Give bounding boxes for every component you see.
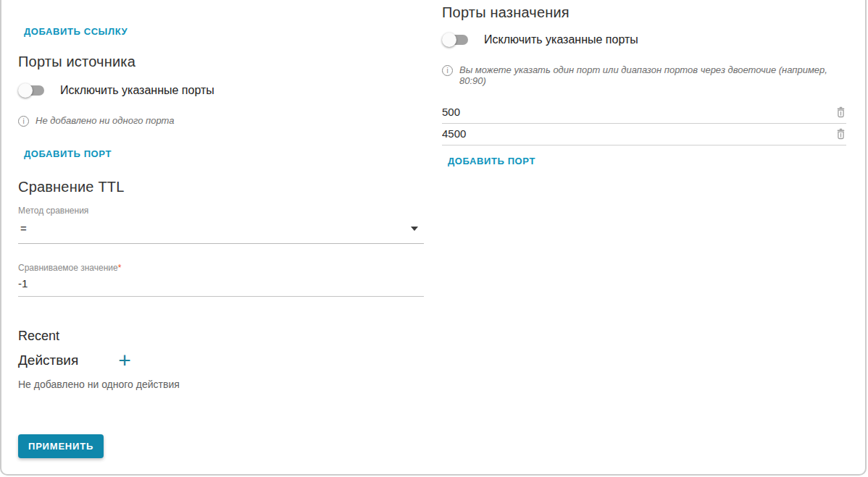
port-input[interactable] xyxy=(442,106,830,118)
port-row xyxy=(442,124,846,145)
dest-ports-hint-row: i Вы можете указать один порт или диапаз… xyxy=(442,64,846,86)
exclude-ports-toggle[interactable] xyxy=(18,83,46,98)
dest-ports-hint: Вы можете указать один порт или диапазон… xyxy=(459,64,846,86)
delete-port-button[interactable] xyxy=(830,106,846,118)
delete-port-button[interactable] xyxy=(830,128,846,140)
trash-icon xyxy=(835,106,846,118)
source-ports-exclude-toggle-row: Исключить указанные порты xyxy=(18,83,424,98)
required-asterisk: * xyxy=(118,263,122,273)
ttl-comparison-title: Сравнение TTL xyxy=(18,179,424,195)
exclude-ports-toggle-label: Исключить указанные порты xyxy=(484,33,638,46)
add-action-button[interactable]: + xyxy=(118,353,131,368)
add-source-port-button[interactable]: ДОБАВИТЬ ПОРТ xyxy=(24,148,112,159)
actions-empty-text: Не добавлено ни одного действия xyxy=(18,379,424,390)
exclude-ports-toggle-label: Исключить указанные порты xyxy=(60,84,214,97)
exclude-ports-toggle[interactable] xyxy=(442,33,470,47)
left-column: ДОБАВИТЬ ССЫЛКУ Порты источника Исключит… xyxy=(18,7,424,390)
toggle-knob xyxy=(442,33,456,47)
source-ports-empty-hint-row: i Не добавлено ни одного порта xyxy=(18,115,424,127)
info-icon: i xyxy=(442,65,453,76)
ttl-method-selected-value: = xyxy=(20,222,27,235)
port-row xyxy=(442,102,846,124)
info-icon: i xyxy=(18,116,29,127)
recent-title: Recent xyxy=(18,329,424,344)
ttl-value-input[interactable] xyxy=(18,273,424,297)
trash-icon xyxy=(835,128,846,140)
ttl-method-label: Метод сравнения xyxy=(18,206,424,216)
dest-ports-exclude-toggle-row: Исключить указанные порты xyxy=(442,33,846,47)
ttl-method-select[interactable]: = xyxy=(18,216,424,244)
chevron-down-icon xyxy=(411,227,418,231)
toggle-knob xyxy=(18,83,33,98)
actions-title: Действия xyxy=(18,353,78,368)
apply-button[interactable]: ПРИМЕНИТЬ xyxy=(18,434,104,458)
right-column: Порты назначения Исключить указанные пор… xyxy=(442,7,846,167)
source-ports-empty-hint: Не добавлено ни одного порта xyxy=(36,115,175,126)
add-dest-port-button[interactable]: ДОБАВИТЬ ПОРТ xyxy=(448,156,535,166)
port-input[interactable] xyxy=(442,127,830,140)
add-link-button[interactable]: ДОБАВИТЬ ССЫЛКУ xyxy=(24,26,128,37)
source-ports-title: Порты источника xyxy=(18,54,424,70)
destination-ports-title: Порты назначения xyxy=(442,4,846,21)
ttl-value-label: Сравниваемое значение* xyxy=(18,263,424,273)
actions-row: Действия + xyxy=(18,353,424,368)
